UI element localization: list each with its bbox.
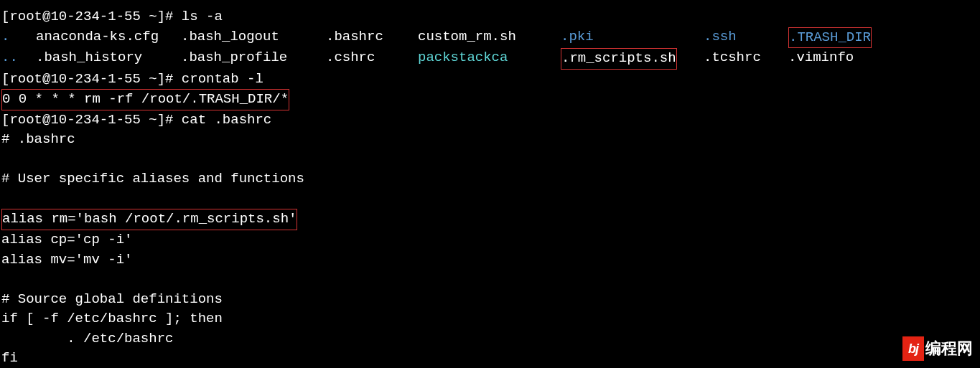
ls-entry-bashrc: .bashrc bbox=[326, 27, 418, 49]
bashrc-line-1: # .bashrc bbox=[1, 130, 979, 150]
ls-entry-bashprofile: .bash_profile bbox=[181, 48, 326, 70]
bashrc-line-9: # Source global definitions bbox=[1, 290, 979, 310]
crontab-output-highlighted: 0 0 * * * rm -rf /root/.TRASH_DIR/* bbox=[1, 89, 289, 110]
ls-output-row-1: . anaconda-ks.cfg .bash_logout .bashrc c… bbox=[1, 27, 979, 49]
ls-entry-customrm: custom_rm.sh bbox=[418, 27, 561, 49]
bashrc-line-10: if [ -f /etc/bashrc ]; then bbox=[1, 309, 979, 329]
ls-entry-rmscripts-highlighted: .rm_scripts.sh bbox=[561, 48, 677, 70]
ls-entry-cshrc: .cshrc bbox=[326, 48, 418, 70]
command-ls: ls -a bbox=[182, 9, 223, 24]
watermark: bj 编程网 bbox=[902, 336, 973, 361]
ls-entry-dotdot: .. bbox=[1, 48, 36, 70]
ls-output-row-2: .. .bash_history .bash_profile .cshrc pa… bbox=[1, 48, 979, 70]
ls-entry-ssh: .ssh bbox=[704, 27, 788, 49]
terminal-line-ls-cmd: [root@10-234-1-55 ~]# ls -a bbox=[1, 7, 979, 27]
bashrc-line-8 bbox=[1, 270, 979, 290]
watermark-text: 编程网 bbox=[925, 337, 973, 360]
bashrc-line-12: fi bbox=[1, 349, 979, 368]
ls-entry-bashlogout: .bash_logout bbox=[181, 27, 326, 49]
bashrc-line-3: # User specific aliases and functions bbox=[1, 169, 979, 189]
truncated-previous-line bbox=[1, 1, 979, 7]
shell-prompt: [root@10-234-1-55 ~]# bbox=[1, 71, 182, 87]
bashrc-line-4 bbox=[1, 189, 979, 209]
shell-prompt: [root@10-234-1-55 ~]# bbox=[1, 9, 182, 24]
shell-prompt: [root@10-234-1-55 ~]# bbox=[1, 112, 182, 128]
ls-entry-tcshrc: .tcshrc bbox=[704, 48, 788, 70]
bashrc-line-7: alias mv='mv -i' bbox=[1, 250, 979, 270]
ls-entry-trashdir-highlighted: .TRASH_DIR bbox=[788, 27, 872, 49]
ls-entry-dot: . bbox=[1, 27, 36, 49]
bashrc-line-11: . /etc/bashrc bbox=[1, 329, 979, 349]
ls-entry-anaconda: anaconda-ks.cfg bbox=[36, 27, 181, 49]
ls-entry-packstackca: packstackca bbox=[418, 48, 561, 70]
bashrc-line-2 bbox=[1, 150, 979, 170]
bashrc-line-5-highlighted: alias rm='bash /root/.rm_scripts.sh' bbox=[1, 209, 297, 230]
command-crontab: crontab -l bbox=[182, 71, 263, 87]
ls-entry-viminfo: .viminfo bbox=[788, 48, 854, 70]
terminal-line-cat-cmd: [root@10-234-1-55 ~]# cat .bashrc bbox=[1, 110, 979, 131]
watermark-badge: bj bbox=[902, 336, 924, 361]
ls-entry-bashhistory: .bash_history bbox=[36, 48, 181, 70]
command-cat: cat .bashrc bbox=[182, 112, 271, 128]
terminal-line-crontab-cmd: [root@10-234-1-55 ~]# crontab -l bbox=[1, 70, 979, 90]
ls-entry-pki: .pki bbox=[561, 27, 704, 49]
ls-entry-trashdir-wrap: .TRASH_DIR bbox=[788, 27, 872, 49]
bashrc-line-6: alias cp='cp -i' bbox=[1, 230, 979, 250]
ls-entry-rmscripts-wrap: .rm_scripts.sh bbox=[561, 48, 704, 70]
